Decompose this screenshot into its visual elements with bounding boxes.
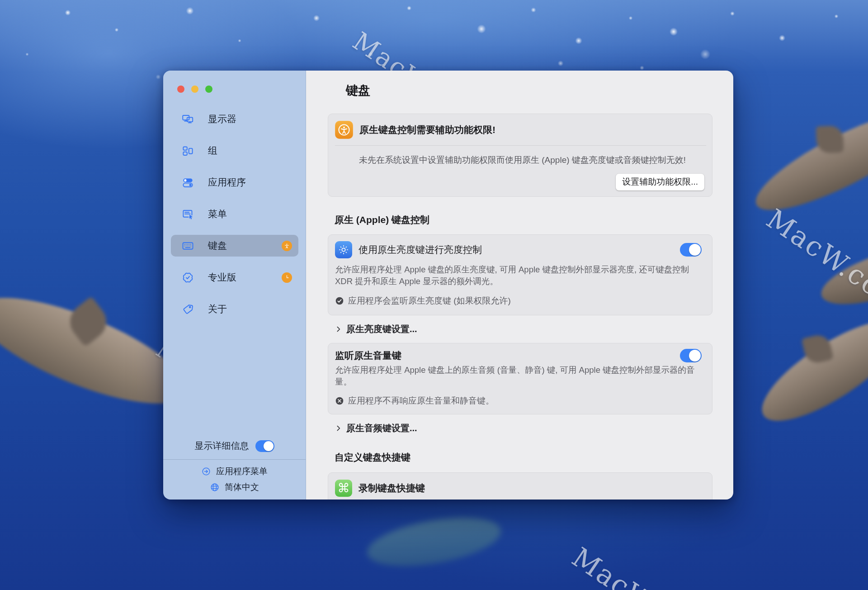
dolphin-image [815, 233, 868, 316]
brightness-status-text: 应用程序会监听原生亮度键 (如果权限允许) [348, 295, 511, 307]
language-label: 简体中文 [225, 481, 259, 493]
globe-icon [210, 482, 220, 492]
show-details-toggle[interactable] [255, 440, 274, 452]
sidebar-item-label: 菜单 [208, 208, 227, 220]
brightness-description: 允许应用程序处理 Apple 键盘的原生亮度键, 可用 Apple 键盘控制外部… [328, 263, 712, 288]
chevron-right-icon [335, 424, 342, 432]
app-menu-link[interactable]: 应用程序菜单 [163, 466, 306, 477]
dolphin-image [749, 304, 868, 438]
sidebar-item-displays[interactable]: 显示器 [171, 108, 298, 130]
brightness-settings-disclosure[interactable]: 原生亮度键设置... [335, 323, 712, 335]
window-controls [177, 86, 212, 93]
show-details-label: 显示详细信息 [195, 440, 249, 452]
volume-status-text: 应用程序不再响应原生音量和静音键。 [348, 395, 494, 407]
accessibility-icon [335, 121, 353, 139]
sidebar-item-groups[interactable]: 组 [171, 140, 298, 162]
sidebar: 显示器 组 应用程序 菜单 [163, 71, 306, 500]
sidebar-item-keyboard[interactable]: 键盘 [171, 235, 298, 257]
sidebar-nav: 显示器 组 应用程序 菜单 [171, 108, 298, 320]
brightness-keys-card: 使用原生亮度键进行亮度控制 允许应用程序处理 Apple 键盘的原生亮度键, 可… [328, 234, 712, 315]
page-title: 键盘 [346, 82, 712, 99]
sidebar-item-label: 关于 [208, 303, 227, 315]
zoom-button[interactable] [205, 86, 212, 93]
record-card-title: 录制键盘快捷键 [359, 482, 425, 495]
language-link[interactable]: 简体中文 [163, 481, 306, 493]
section-custom-shortcuts: 自定义键盘快捷键 [335, 451, 712, 464]
app-toggles-icon [182, 176, 194, 189]
sidebar-item-menu[interactable]: 菜单 [171, 203, 298, 225]
watermark: MacW.com [566, 541, 716, 590]
close-button[interactable] [177, 86, 184, 93]
accessibility-alert-badge [282, 241, 292, 251]
app-window: 显示器 组 应用程序 菜单 [163, 71, 733, 500]
sidebar-bottom: 显示详细信息 应用程序菜单 简体中文 [163, 440, 306, 500]
accessibility-warning-card: 原生键盘控制需要辅助功能权限! 未先在系统设置中设置辅助功能权限而使用原生 (A… [328, 114, 712, 197]
volume-toggle[interactable] [680, 349, 702, 362]
section-native-keyboard: 原生 (Apple) 键盘控制 [335, 214, 712, 226]
warning-body: 未先在系统设置中设置辅助功能权限而使用原生 (Apple) 键盘亮度键或音频键控… [328, 146, 712, 166]
minimize-button[interactable] [191, 86, 198, 93]
sidebar-item-label: 组 [208, 144, 217, 157]
sidebar-item-pro[interactable]: 专业版 [171, 266, 298, 288]
x-circle-icon [335, 396, 344, 405]
chevron-right-icon [335, 325, 342, 333]
brightness-card-title: 使用原生亮度键进行亮度控制 [359, 243, 482, 256]
menu-cursor-icon [182, 208, 194, 220]
check-circle-icon [335, 296, 344, 305]
sidebar-item-label: 应用程序 [208, 176, 246, 189]
sidebar-item-about[interactable]: 关于 [171, 298, 298, 320]
brightness-toggle[interactable] [680, 243, 702, 257]
volume-keys-card: 监听原生音量键 允许应用程序处理 Apple 键盘上的原生音频 (音量、静音) … [328, 343, 712, 415]
dolphin-image [745, 94, 868, 227]
displays-icon [182, 113, 194, 125]
about-tag-icon [182, 303, 194, 315]
record-shortcut-card: ⌘ 录制键盘快捷键 您可用自定义键盘快捷键快速执行各种常见任务。 [328, 472, 712, 500]
set-accessibility-permission-button[interactable]: 设置辅助功能权限... [616, 174, 704, 190]
app-menu-label: 应用程序菜单 [216, 466, 268, 477]
volume-card-title: 监听原生音量键 [335, 349, 401, 362]
audio-settings-disclosure[interactable]: 原生音频键设置... [335, 422, 712, 434]
warning-title: 原生键盘控制需要辅助功能权限! [359, 124, 495, 136]
watermark: MacW.com [761, 203, 868, 318]
command-icon: ⌘ [335, 480, 352, 497]
keyboard-icon [182, 240, 194, 252]
group-icon [182, 145, 194, 157]
arrow-circle-icon [201, 466, 211, 476]
sidebar-item-label: 显示器 [208, 113, 236, 125]
brightness-icon [335, 241, 352, 258]
main-content: 键盘 原生键盘控制需要辅助功能权限! 未先在系统设置中设置辅助功能权限而使用原生… [306, 71, 733, 500]
sidebar-item-label: 专业版 [208, 271, 236, 284]
sidebar-item-apps[interactable]: 应用程序 [171, 171, 298, 193]
pro-seal-icon [182, 271, 194, 284]
trial-clock-badge [282, 272, 292, 283]
volume-description: 允许应用程序处理 Apple 键盘上的原生音频 (音量、静音) 键, 可用 Ap… [328, 363, 712, 388]
dolphin-image [363, 509, 505, 575]
sidebar-item-label: 键盘 [208, 239, 227, 252]
